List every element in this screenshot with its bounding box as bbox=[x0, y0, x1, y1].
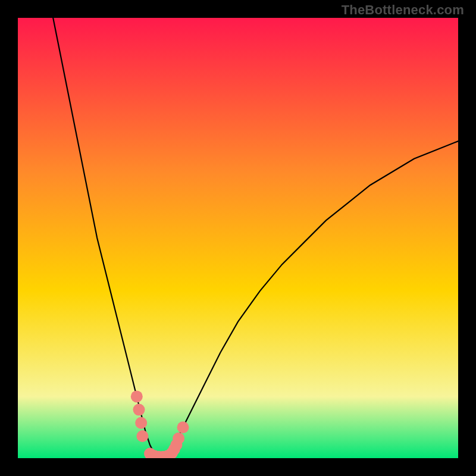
watermark-text: TheBottleneck.com bbox=[342, 2, 464, 18]
outer-frame: TheBottleneck.com bbox=[0, 0, 476, 476]
highlight-point bbox=[173, 433, 184, 444]
highlight-point bbox=[133, 404, 145, 416]
chart-svg bbox=[18, 18, 458, 458]
highlight-point bbox=[135, 417, 147, 429]
plot-area bbox=[18, 18, 458, 458]
highlight-point bbox=[136, 430, 148, 442]
highlight-point bbox=[177, 421, 189, 433]
highlight-point bbox=[131, 390, 143, 402]
gradient-bg bbox=[18, 18, 458, 458]
